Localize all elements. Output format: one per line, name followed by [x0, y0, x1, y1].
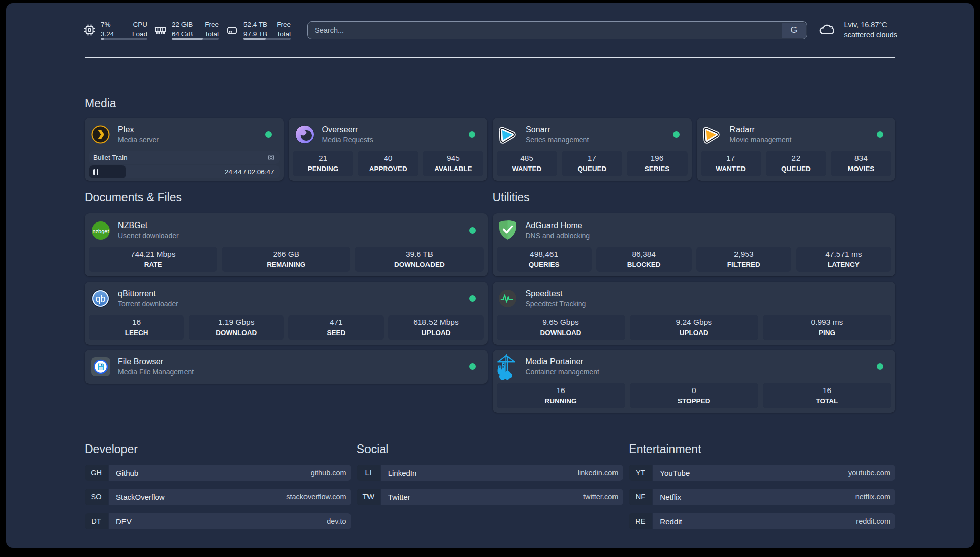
svg-text:qb: qb: [95, 294, 105, 304]
svg-text:nzbget: nzbget: [92, 228, 109, 234]
